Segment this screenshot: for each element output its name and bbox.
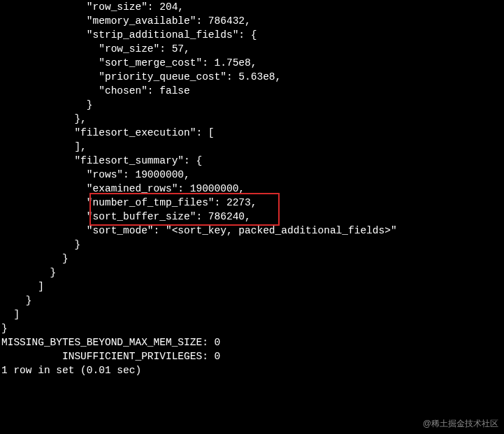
code-line: } — [1, 239, 80, 250]
code-line: "sort_merge_cost": 1.75e8, — [1, 57, 257, 68]
code-line: MISSING_BYTES_BEYOND_MAX_MEM_SIZE: 0 — [1, 337, 220, 348]
code-line: }, — [1, 113, 87, 124]
code-line: ] — [1, 309, 20, 320]
code-line: "strip_additional_fields": { — [1, 29, 257, 41]
code-line: "row_size": 57, — [1, 43, 190, 55]
code-line: } — [1, 267, 56, 278]
code-line: 1 row in set (0.01 sec) — [1, 365, 141, 376]
code-line: "examined_rows": 19000000, — [1, 183, 245, 194]
code-line: "sort_mode": "<sort_key, packed_addition… — [1, 225, 397, 236]
code-block: "row_size": 204, "memory_available": 786… — [0, 0, 504, 377]
code-line: "priority_queue_cost": 5.63e8, — [1, 71, 281, 82]
code-line: "row_size": 204, — [1, 1, 184, 13]
code-line: ], — [1, 141, 87, 152]
code-line: "chosen": false — [1, 85, 190, 96]
code-line: "filesort_execution": [ — [1, 127, 215, 138]
watermark: @稀土掘金技术社区 — [423, 418, 498, 430]
code-line: ] — [1, 281, 44, 292]
code-line: "number_of_tmp_files": 2273, — [1, 197, 257, 208]
code-line: } — [1, 99, 93, 110]
code-line: "sort_buffer_size": 786240, — [1, 211, 251, 222]
code-line: } — [1, 253, 69, 264]
code-line: INSUFFICIENT_PRIVILEGES: 0 — [1, 351, 220, 362]
code-line: } — [1, 295, 32, 306]
code-line: "memory_available": 786432, — [1, 15, 251, 27]
code-line: } — [1, 323, 8, 334]
code-line: "rows": 19000000, — [1, 169, 190, 180]
code-line: "filesort_summary": { — [1, 155, 202, 166]
